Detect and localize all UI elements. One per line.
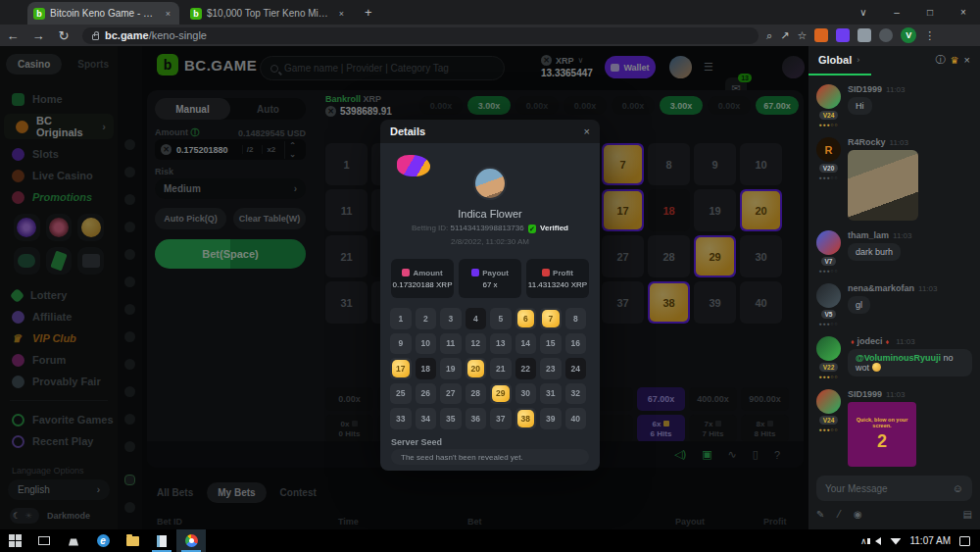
window-close-icon[interactable]: × (947, 0, 980, 25)
window-minimize-icon[interactable]: – (880, 0, 913, 25)
keno-cell-7[interactable]: 7 (602, 143, 644, 185)
keno-cell-28[interactable]: 28 (648, 235, 690, 277)
start-button[interactable] (0, 529, 29, 552)
chat-card-image[interactable]: Quick, blow on your screen.2 (848, 402, 916, 467)
coin-icon[interactable] (77, 214, 104, 241)
sidebar-item-affiliate[interactable]: Affiliate (0, 306, 118, 327)
provider-icon[interactable] (124, 222, 135, 232)
zoom-page-icon[interactable]: ⌕ (766, 29, 772, 42)
chat-username[interactable]: R4Rocky (848, 137, 886, 147)
sound-icon[interactable]: ◁) (674, 448, 686, 461)
auto-pick-button[interactable]: Auto Pick(Q) (155, 208, 226, 229)
provider-icon[interactable] (124, 304, 135, 315)
provider-icon[interactable] (124, 441, 135, 452)
sidebar-item-lottery[interactable]: Lottery (0, 284, 118, 306)
darkmode-toggle[interactable]: ☾ ☀ (10, 508, 39, 524)
tab-casino[interactable]: Casino (6, 54, 62, 75)
tab-manual[interactable]: Manual (155, 98, 230, 120)
amount-input[interactable]: ✕ 0.175201880 /2 x2 ⌃⌄ (155, 139, 306, 160)
tray-chevron-icon[interactable]: ∧ (860, 536, 867, 546)
keno-cell-11[interactable]: 11 (325, 189, 368, 231)
chat-username[interactable]: nena&markofan (848, 283, 914, 293)
browser-profile-avatar[interactable]: V (901, 27, 916, 43)
keno-cell-37[interactable]: 37 (602, 281, 644, 324)
sidebar-item-provably-fair[interactable]: Provably Fair (0, 371, 118, 392)
task-view-button[interactable] (29, 529, 59, 552)
chat-close-icon[interactable]: × (964, 54, 970, 66)
bet-button[interactable]: Bet(Space) (155, 239, 306, 269)
keno-cell-38[interactable]: 38 (648, 281, 690, 324)
chat-username[interactable]: jodeci (858, 336, 883, 346)
keno-cell-39[interactable]: 39 (694, 281, 736, 324)
notes-app-icon[interactable] (147, 529, 176, 552)
edge-icon[interactable]: e (88, 529, 118, 552)
help-icon[interactable]: ? (774, 449, 780, 461)
keno-cell-20[interactable]: 20 (740, 189, 782, 231)
window-more-icon[interactable]: ∨ (847, 0, 880, 25)
volume-icon[interactable] (875, 537, 881, 545)
wallet-button[interactable]: Wallet (605, 56, 656, 78)
sidebar-item-slots[interactable]: Slots (0, 143, 118, 165)
player-avatar[interactable] (473, 167, 507, 200)
provider-icon[interactable] (124, 359, 135, 370)
chat-avatar[interactable] (816, 230, 841, 255)
roulette-icon[interactable] (46, 214, 73, 241)
tab-close-icon[interactable]: × (336, 8, 347, 19)
sidebar-item-bc-originals[interactable]: BC Originals › (4, 114, 114, 139)
provider-icon[interactable] (124, 502, 135, 513)
menu-list-icon[interactable]: ☰ (698, 56, 719, 77)
chat-username[interactable]: SID1999 (848, 84, 882, 94)
sidebar-item-promotions[interactable]: Promotions (0, 186, 118, 208)
half-button[interactable]: /2 (242, 145, 258, 154)
sidebar-item-forum[interactable]: Forum (0, 349, 118, 371)
extension-icon-orange[interactable] (814, 28, 828, 42)
window-maximize-icon[interactable]: □ (913, 0, 947, 25)
ticket-icon[interactable] (46, 247, 73, 275)
file-explorer-icon[interactable] (118, 529, 147, 552)
forward-icon[interactable]: → (25, 28, 51, 43)
keno-cell-9[interactable]: 9 (694, 143, 736, 185)
browser-tab-1[interactable]: b Bitcoin Keno Game - Play Jacks o × (27, 2, 179, 25)
spin-wheel-icon[interactable] (14, 214, 40, 241)
info-icon[interactable]: ⓘ (936, 53, 946, 67)
game-search-box[interactable]: Game name | Provider | Category Tag (260, 56, 505, 80)
tab-sports[interactable]: Sports (66, 54, 121, 75)
tab-close-icon[interactable]: × (163, 8, 173, 19)
chat-avatar[interactable] (816, 389, 841, 414)
sidebar-item-favorite-games[interactable]: Favorite Games (0, 409, 118, 430)
back-icon[interactable]: ← (0, 28, 25, 43)
chat-input[interactable]: Your Message ☺ (816, 476, 972, 501)
balance-display[interactable]: ✕ XRP ∨ 13.3365447 (541, 55, 593, 78)
keno-cell-8[interactable]: 8 (648, 143, 690, 185)
keno-cell-18[interactable]: 18 (648, 189, 690, 231)
chat-slash-icon[interactable]: ⁄ (838, 509, 840, 520)
provider-icon[interactable] (124, 249, 135, 260)
keno-cell-17[interactable]: 17 (602, 189, 644, 231)
sidebar-item-live-casino[interactable]: Live Casino (0, 165, 118, 186)
tab-contest[interactable]: Contest (280, 487, 317, 498)
store-icon[interactable] (59, 529, 88, 552)
language-select[interactable]: English › (8, 479, 110, 500)
sidebar-item-recent-play[interactable]: Recent Play (0, 430, 118, 452)
extension-icon-purple[interactable] (836, 28, 850, 42)
chat-username[interactable]: SID1999 (848, 389, 882, 399)
double-button[interactable]: x2 (262, 145, 279, 154)
bookmark-star-icon[interactable]: ☆ (797, 29, 807, 42)
new-tab-button[interactable]: + (365, 5, 372, 20)
user-avatar[interactable] (669, 56, 692, 78)
support-avatar[interactable] (782, 56, 805, 78)
keno-cell-21[interactable]: 21 (325, 235, 368, 277)
extension-icon-photos[interactable] (858, 28, 871, 42)
sidebar-item-vip-club[interactable]: ♛ VIP Club (0, 327, 118, 349)
chrome-icon[interactable] (176, 529, 206, 552)
modal-close-icon[interactable]: × (584, 125, 590, 137)
keno-cell-29[interactable]: 29 (694, 235, 736, 277)
keno-cell-1[interactable]: 1 (325, 143, 368, 185)
share-icon[interactable]: ↗ (780, 29, 789, 42)
keno-cell-19[interactable]: 19 (694, 189, 736, 231)
trash-icon[interactable]: ▯ (753, 448, 759, 461)
chat-keyboard-icon[interactable]: ▤ (963, 509, 972, 520)
clear-table-button[interactable]: Clear Table(W) (233, 208, 306, 229)
reload-icon[interactable]: ↻ (51, 28, 76, 43)
risk-select[interactable]: Medium › (155, 178, 306, 199)
